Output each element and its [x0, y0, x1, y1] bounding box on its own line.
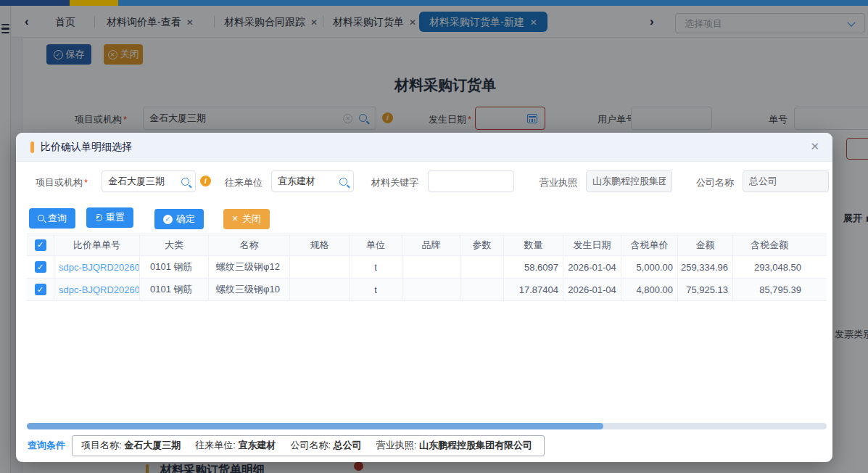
query-conditions-label: 查询条件	[28, 439, 65, 452]
col-header[interactable]: 名称	[209, 234, 290, 255]
col-header[interactable]: 含税单价	[621, 234, 678, 255]
modal-company-input[interactable]: 总公司	[743, 170, 829, 192]
close-modal-button[interactable]: ✕关闭	[223, 209, 270, 229]
table-row[interactable]: ✓ sdpc-BJQRD20260000 0101 钢筋 螺纹三级钢φ10 t …	[27, 279, 827, 301]
col-header[interactable]: 单位	[350, 234, 402, 255]
search-icon	[38, 215, 44, 221]
modal-keyword-label: 材料关键字	[371, 176, 418, 189]
modal-button-row: 查询 重置 ✓确定 ✕关闭	[29, 207, 278, 228]
order-number-link[interactable]: sdpc-BJQRD20260000	[59, 262, 140, 273]
modal-company-label: 公司名称	[696, 176, 734, 189]
col-header[interactable]: 大类	[140, 234, 209, 255]
col-header[interactable]: 金额	[678, 234, 733, 255]
query-button[interactable]: 查询	[29, 208, 75, 229]
strip-navy-segment	[0, 0, 70, 6]
modal-keyword-input[interactable]	[428, 170, 514, 192]
close-icon: ✕	[232, 214, 239, 223]
refresh-icon	[95, 214, 102, 221]
row-checkbox[interactable]: ✓	[35, 284, 46, 295]
modal-org-input[interactable]: 金石大厦三期	[102, 170, 196, 192]
col-header[interactable]: 发生日期	[563, 234, 621, 255]
col-header[interactable]: 参数	[460, 234, 504, 255]
top-color-strip	[0, 0, 868, 6]
screen: ‹ 首页 材料询价单-查看✕ 材料采购合同跟踪✕ 材料采购订货单✕ 材料采购订货…	[0, 0, 868, 473]
strip-yellow-segment	[70, 0, 118, 6]
info-icon[interactable]: i	[200, 176, 211, 186]
query-conditions-box: 项目名称: 金石大厦三期 往来单位: 宜东建材 公司名称: 总公司 营业执照: …	[72, 435, 545, 456]
modal-title: 比价确认单明细选择	[41, 141, 132, 154]
table-row[interactable]: ✓ sdpc-BJQRD20260000 0101 钢筋 螺纹三级钢φ12 t …	[27, 256, 827, 279]
modal-close-icon[interactable]: ✕	[810, 140, 819, 153]
modal-license-label: 营业执照	[540, 176, 577, 189]
col-header[interactable]: 含税金额	[733, 234, 806, 255]
col-header[interactable]: 数量	[504, 234, 563, 255]
confirm-button[interactable]: ✓确定	[154, 209, 204, 229]
modal-header: 比价确认单明细选择 ✕	[16, 133, 832, 162]
modal-org-label: 项目或机构*	[36, 176, 88, 189]
scrollbar-thumb[interactable]	[27, 423, 603, 429]
order-number-link[interactable]: sdpc-BJQRD20260000	[59, 284, 140, 295]
modal-vendor-input[interactable]: 宜东建材	[271, 170, 354, 192]
col-header[interactable]: 规格	[290, 234, 350, 255]
select-all-checkbox[interactable]: ✓	[35, 239, 46, 251]
modal-license-input[interactable]: 山东鹏程控股集团有限公司	[586, 170, 672, 192]
accent-bar-icon	[30, 141, 34, 153]
reset-button[interactable]: 重置	[86, 207, 133, 228]
col-header[interactable]: 品牌	[402, 234, 460, 255]
compare-detail-modal: 比价确认单明细选择 ✕ 项目或机构* 金石大厦三期 i 往来单位 宜东建材 材料…	[16, 133, 832, 462]
check-circle-icon: ✓	[163, 215, 173, 224]
modal-footer: 查询条件 项目名称: 金石大厦三期 往来单位: 宜东建材 公司名称: 总公司 营…	[28, 435, 545, 456]
row-checkbox[interactable]: ✓	[35, 261, 46, 273]
horizontal-scrollbar	[27, 423, 827, 429]
table-header-row: ✓ 比价单单号 大类 名称 规格 单位 品牌 参数 数量 发生日期 含税单价 金…	[27, 234, 827, 256]
col-header[interactable]: 比价单单号	[54, 234, 140, 255]
search-icon[interactable]	[339, 178, 347, 186]
compare-detail-table: ✓ 比价单单号 大类 名称 规格 单位 品牌 参数 数量 发生日期 含税单价 金…	[27, 234, 827, 419]
search-icon[interactable]	[181, 178, 189, 186]
modal-vendor-label: 往来单位	[225, 176, 263, 189]
